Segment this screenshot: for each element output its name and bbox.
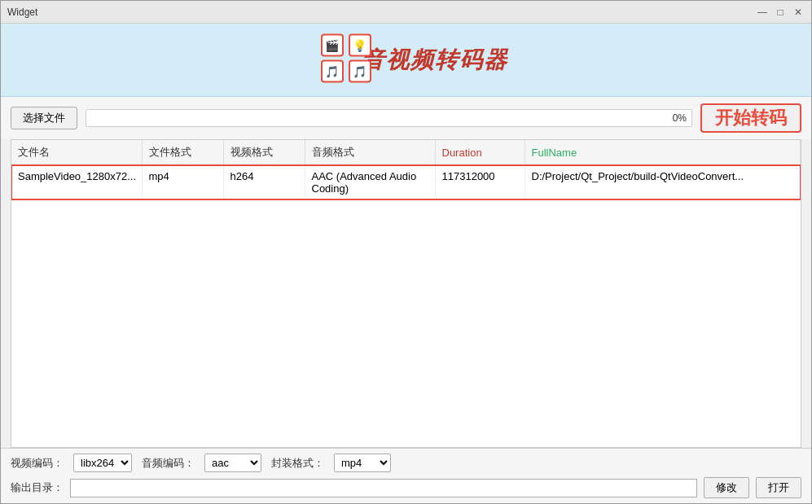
start-button[interactable]: 开始转码 xyxy=(700,103,801,133)
select-file-button[interactable]: 选择文件 xyxy=(11,107,77,129)
file-table: 文件名 文件格式 视频格式 音频格式 Duration FullName Sam… xyxy=(11,140,801,199)
cell-fileformat: mp4 xyxy=(142,165,223,200)
output-dir-label: 输出目录： xyxy=(11,480,64,495)
format-label: 封装格式： xyxy=(271,456,324,471)
col-header-videoformat[interactable]: 视频格式 xyxy=(223,140,305,165)
progress-text: 0% xyxy=(673,112,687,124)
output-dir-row: 输出目录： 修改 打开 xyxy=(11,477,801,498)
toolbar: 选择文件 0% 开始转码 xyxy=(1,97,811,139)
app-title: 音视频转码器 xyxy=(362,45,508,76)
minimize-button[interactable]: — xyxy=(756,6,769,19)
video-codec-select[interactable]: libx264 libx265 mpeg4 xyxy=(73,454,132,472)
codec-row: 视频编码： libx264 libx265 mpeg4 音频编码： aac mp… xyxy=(11,454,801,472)
col-header-filename[interactable]: 文件名 xyxy=(11,140,142,165)
app-icon-group: 🎬 💡 🎵 🎵 xyxy=(321,33,378,86)
icon-top-left: 🎬 xyxy=(321,33,344,56)
cell-fullname: D:/Project/Qt_Project/build-QtVideoConve… xyxy=(525,165,801,200)
format-select[interactable]: mp4 mkv avi mov xyxy=(334,454,391,472)
icon-bottom-right: 🎵 xyxy=(349,59,371,82)
output-dir-input[interactable] xyxy=(70,479,697,497)
table-body: SampleVideo_1280x72...mp4h264AAC (Advanc… xyxy=(11,165,801,200)
cell-videoformat: h264 xyxy=(223,165,305,200)
col-header-duration[interactable]: Duration xyxy=(435,140,525,165)
main-window: Widget — □ ✕ 🎬 💡 🎵 🎵 音视频转码器 选择文件 0% 开始转码 xyxy=(0,0,812,504)
close-button[interactable]: ✕ xyxy=(792,6,805,19)
bottom-controls: 视频编码： libx264 libx265 mpeg4 音频编码： aac mp… xyxy=(1,448,811,503)
titlebar: Widget — □ ✕ xyxy=(1,1,811,24)
audio-codec-select[interactable]: aac mp3 flac xyxy=(204,454,261,472)
app-header: 🎬 💡 🎵 🎵 音视频转码器 xyxy=(1,24,811,97)
open-button[interactable]: 打开 xyxy=(756,477,801,498)
file-table-area: 文件名 文件格式 视频格式 音频格式 Duration FullName Sam… xyxy=(11,139,801,448)
icon-top-right: 💡 xyxy=(349,33,371,56)
window-title: Widget xyxy=(7,7,37,18)
cell-duration: 117312000 xyxy=(435,165,525,200)
icon-bottom-left: 🎵 xyxy=(321,59,344,82)
modify-button[interactable]: 修改 xyxy=(704,477,749,498)
table-row[interactable]: SampleVideo_1280x72...mp4h264AAC (Advanc… xyxy=(11,165,801,200)
progress-bar-container: 0% xyxy=(86,109,692,127)
window-controls: — □ ✕ xyxy=(756,6,805,19)
col-header-audioformat[interactable]: 音频格式 xyxy=(305,140,435,165)
col-header-fullname[interactable]: FullName xyxy=(525,140,801,165)
table-header-row: 文件名 文件格式 视频格式 音频格式 Duration FullName xyxy=(11,140,801,165)
cell-filename: SampleVideo_1280x72... xyxy=(11,165,142,200)
maximize-button[interactable]: □ xyxy=(774,6,787,19)
cell-audioformat: AAC (Advanced Audio Coding) xyxy=(305,165,435,200)
audio-codec-label: 音频编码： xyxy=(142,456,195,471)
col-header-fileformat[interactable]: 文件格式 xyxy=(142,140,223,165)
video-codec-label: 视频编码： xyxy=(11,456,64,471)
